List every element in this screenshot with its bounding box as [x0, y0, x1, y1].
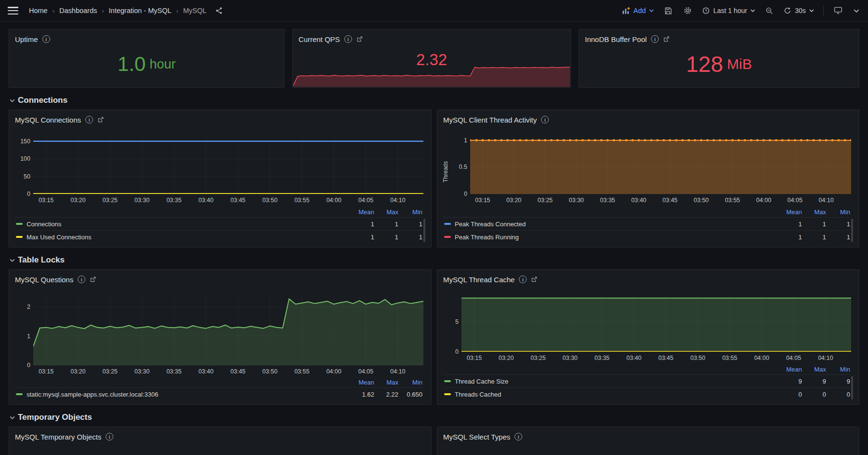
x-axis-tick: 03:25: [530, 355, 545, 361]
legend: Mean Max Min Peak Threads Connected 1 1 …: [443, 208, 853, 243]
external-link-icon[interactable]: [663, 36, 670, 42]
legend-row[interactable]: Max Used Connections 1 1 1: [15, 230, 422, 243]
menu-icon[interactable]: [8, 7, 18, 14]
series-color-pill: [444, 223, 451, 225]
x-axis-tick: 03:40: [198, 368, 213, 375]
clock-icon: [702, 7, 710, 14]
mysql-thread-cache-chart[interactable]: 5003:1503:2003:2503:3003:3503:4003:4503:…: [461, 294, 851, 352]
info-icon[interactable]: i: [519, 276, 527, 283]
add-button[interactable]: Add: [622, 7, 654, 14]
legend-scrollbar[interactable]: [423, 219, 425, 242]
breadcrumb-dashboards[interactable]: Dashboards: [59, 7, 97, 14]
section-connections[interactable]: Connections: [10, 96, 859, 105]
x-axis-tick: 04:05: [358, 368, 373, 375]
chevron-down-icon: [649, 9, 654, 12]
legend-row[interactable]: Threads Cached 0 0 0: [443, 387, 850, 400]
info-icon[interactable]: i: [78, 276, 85, 283]
y-axis-tick: 0: [12, 362, 30, 369]
nav-actions: Add Last 1 hour 30s: [622, 5, 860, 16]
panel-title: InnoDB Buffer Pool: [585, 35, 647, 43]
info-icon[interactable]: i: [42, 35, 50, 43]
section-table-locks[interactable]: Table Locks: [10, 255, 859, 265]
qps-sparkline-chart[interactable]: [293, 65, 570, 87]
mysql-questions-chart[interactable]: 21003:1503:2003:2503:3003:3503:4003:4503…: [33, 295, 423, 365]
legend-row[interactable]: Thread Cache Size 9 9 9: [443, 374, 850, 387]
zoom-out-icon[interactable]: [764, 7, 774, 15]
legend-scrollbar[interactable]: [851, 219, 853, 242]
legend-header-mean[interactable]: Mean: [778, 208, 802, 216]
section-title: Connections: [18, 96, 68, 105]
legend-header-mean[interactable]: Mean: [350, 208, 374, 216]
y-axis-tick: 50: [12, 173, 30, 180]
legend-header-max[interactable]: Max: [374, 208, 398, 216]
x-axis-tick: 03:55: [294, 197, 309, 204]
chevron-down-icon: [750, 9, 755, 12]
panel-mysql-connections: MySQL Connections i 15010050003:1503:200…: [9, 110, 432, 248]
x-axis-tick: 03:50: [690, 355, 705, 361]
series-color-pill: [444, 236, 451, 238]
x-axis-tick: 04:10: [819, 197, 834, 204]
legend-row[interactable]: Peak Threads Running 1 1 1: [443, 230, 850, 243]
section-temporary-objects[interactable]: Temporary Objects: [10, 413, 859, 422]
chevron-down-icon[interactable]: [853, 9, 860, 13]
series-color-pill: [444, 393, 451, 395]
legend-header-max[interactable]: Max: [374, 379, 398, 386]
save-dashboard-icon[interactable]: [663, 7, 673, 15]
info-icon[interactable]: i: [106, 433, 113, 441]
x-axis-tick: 04:00: [754, 355, 769, 361]
legend-header-min[interactable]: Min: [398, 379, 422, 386]
legend-row[interactable]: Peak Threads Connected 1 1 1: [443, 217, 850, 230]
panel-title: MySQL Select Types: [443, 433, 510, 441]
x-axis-tick: 03:30: [135, 368, 149, 375]
uptime-stat-value: 1.0 hour: [15, 45, 278, 83]
section-title: Table Locks: [18, 255, 65, 265]
legend-header-mean[interactable]: Mean: [778, 366, 802, 373]
breadcrumb-integration-mysql[interactable]: Integration - MySQL: [109, 7, 172, 14]
panel-mysql-thread-cache: MySQL Thread Cache i 5003:1503:2003:2503…: [437, 269, 859, 405]
refresh-picker[interactable]: 30s: [784, 7, 814, 14]
breadcrumb-mysql[interactable]: MySQL: [183, 7, 206, 14]
external-link-icon[interactable]: [356, 36, 363, 42]
x-axis-tick: 03:15: [475, 197, 490, 204]
x-axis-tick: 03:15: [467, 355, 482, 361]
legend-header-min[interactable]: Min: [398, 208, 422, 216]
legend-row[interactable]: static:mysql.sample-apps.svc.cluster.loc…: [15, 387, 422, 400]
legend-header-max[interactable]: Max: [802, 208, 826, 216]
external-link-icon[interactable]: [531, 276, 538, 283]
breadcrumb-home[interactable]: Home: [29, 7, 48, 14]
legend-header-min[interactable]: Min: [826, 366, 850, 373]
panel-title: MySQL Temporary Objects: [15, 433, 101, 441]
chevron-down-icon: [809, 9, 814, 12]
thread-activity-chart[interactable]: 10.5003:1503:2003:2503:3003:3503:4003:45…: [470, 137, 851, 194]
external-link-icon[interactable]: [97, 116, 104, 123]
legend-header-mean[interactable]: Mean: [350, 379, 374, 386]
legend: Mean Max Min Thread Cache Size 9 9 9 Thr…: [443, 365, 853, 400]
y-axis-tick: 100: [12, 155, 30, 162]
panel-mysql-questions: MySQL Questions i 21003:1503:2003:2503:3…: [9, 269, 432, 405]
series-color-pill: [16, 223, 23, 225]
x-axis-tick: 03:25: [538, 197, 553, 204]
x-axis-tick: 03:50: [262, 368, 277, 375]
time-range-picker[interactable]: Last 1 hour: [702, 7, 755, 14]
x-axis-tick: 03:30: [135, 197, 149, 204]
info-icon[interactable]: i: [541, 116, 549, 124]
mysql-connections-chart[interactable]: 15010050003:1503:2003:2503:3003:3503:400…: [33, 137, 423, 194]
legend-row[interactable]: Connections 1 1 1: [15, 217, 422, 230]
info-icon[interactable]: i: [85, 116, 93, 124]
settings-gear-icon[interactable]: [682, 6, 693, 15]
breadcrumb: Home › Dashboards › Integration - MySQL …: [29, 7, 224, 14]
external-link-icon[interactable]: [90, 276, 96, 283]
x-axis-tick: 03:30: [569, 197, 584, 204]
x-axis-tick: 03:45: [231, 368, 245, 375]
share-icon[interactable]: [214, 7, 224, 14]
legend-scrollbar[interactable]: [851, 376, 853, 400]
x-axis-tick: 04:00: [326, 368, 341, 375]
legend-header-max[interactable]: Max: [802, 366, 826, 373]
info-icon[interactable]: i: [651, 35, 659, 43]
y-axis-tick: 1: [449, 137, 467, 144]
chevron-down-icon: [10, 99, 15, 102]
legend-header-min[interactable]: Min: [826, 208, 850, 216]
kiosk-monitor-icon[interactable]: [833, 7, 843, 14]
info-icon[interactable]: i: [344, 35, 352, 43]
info-icon[interactable]: i: [515, 433, 522, 441]
